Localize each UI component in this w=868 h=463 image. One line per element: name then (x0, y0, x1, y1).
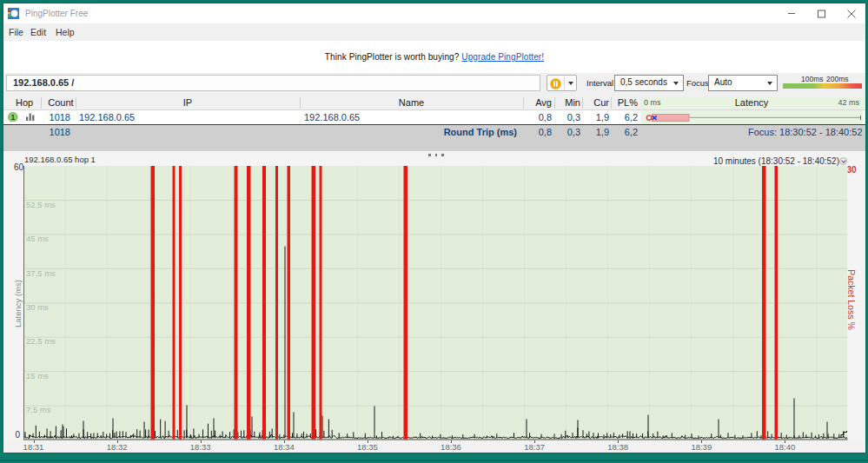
svg-text:22,5 ms: 22,5 ms (26, 336, 56, 346)
svg-text:15 ms: 15 ms (26, 370, 49, 380)
svg-text:1: 1 (10, 112, 15, 121)
svg-text:7,5 ms: 7,5 ms (26, 405, 51, 414)
svg-text:30 ms: 30 ms (26, 302, 49, 312)
svg-text:45 ms: 45 ms (26, 234, 49, 243)
svg-text:52,5 ms: 52,5 ms (26, 199, 56, 208)
svg-text:37,5 ms: 37,5 ms (26, 268, 56, 277)
